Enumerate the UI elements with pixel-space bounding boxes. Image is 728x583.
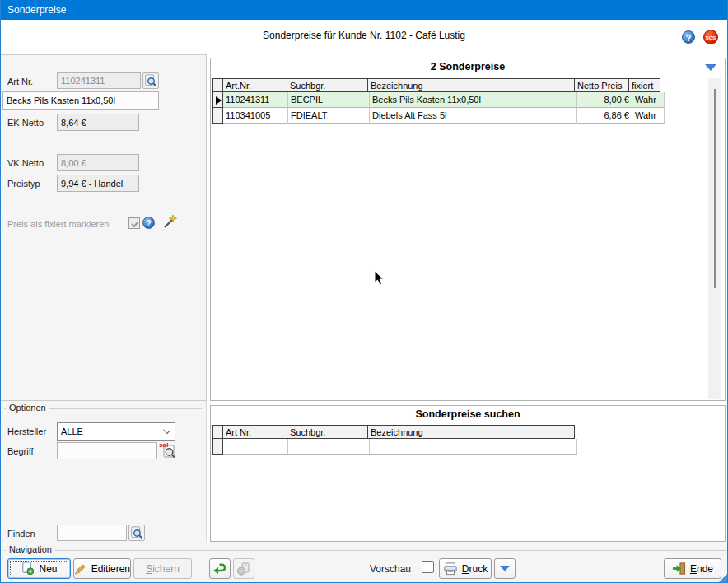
hersteller-select[interactable]: ALLE <box>57 422 175 441</box>
sos-icon[interactable]: SOS <box>703 30 718 44</box>
row-selector-cell[interactable] <box>212 91 223 108</box>
preistyp-label: Preistyp <box>7 179 40 189</box>
cell-bezeichnung[interactable] <box>370 439 577 455</box>
sonderpreise-table: Art.Nr. Suchbgr. Bezeichnung Netto Preis… <box>213 78 665 124</box>
ende-button[interactable]: Ende <box>664 558 721 579</box>
scrollbar-thumb[interactable] <box>714 89 716 288</box>
druck-button[interactable]: Druck <box>439 558 492 579</box>
begriff-input[interactable] <box>57 442 157 459</box>
table-vertical-scrollbar[interactable] <box>708 78 721 399</box>
svg-text:sql: sql <box>159 441 169 449</box>
vk-netto-label: VK Netto <box>7 158 44 168</box>
dropdown-triangle-icon <box>705 64 716 71</box>
finden-input[interactable] <box>57 525 127 541</box>
cell-suchbgr[interactable]: FDIEALT <box>288 108 370 124</box>
navigation-legend: Navigation <box>6 544 55 554</box>
col-header-nettopreis[interactable]: Netto Preis <box>574 78 629 92</box>
cell-fixiert[interactable]: Wahr <box>632 108 665 124</box>
art-nr-search-button[interactable] <box>142 72 159 89</box>
ek-netto-label: EK Netto <box>7 118 44 128</box>
col-header-suchbgr[interactable]: Suchbgr. <box>287 78 368 92</box>
navigation-groupline <box>4 550 726 551</box>
coins-button[interactable] <box>233 558 254 579</box>
col-header-suchbgr[interactable]: Suchbgr. <box>287 425 368 439</box>
cell-artnr[interactable]: 110241311 <box>223 92 288 108</box>
vorschau-label: Vorschau <box>370 563 411 575</box>
finden-search-button[interactable] <box>128 525 145 541</box>
help-icon[interactable]: ? <box>682 30 695 44</box>
sonderpreise-suchen-panel: Sonderpreise suchen Art Nr. Suchbgr. Bez… <box>210 405 726 542</box>
ek-netto-field[interactable] <box>57 114 139 131</box>
preistyp-field[interactable] <box>57 175 139 192</box>
pencil-icon <box>74 562 87 576</box>
editieren-button[interactable]: Editieren <box>73 558 131 579</box>
article-form-panel: Art Nr. EK Netto VK Netto Preistyp Preis… <box>1 54 207 401</box>
sichern-button-label: S <box>146 563 152 575</box>
vorschau-checkbox[interactable] <box>422 561 434 573</box>
table-header-row: Art.Nr. Suchbgr. Bezeichnung Netto Preis… <box>213 78 665 92</box>
article-description-field[interactable] <box>2 91 159 110</box>
window-title: Sonderpreise <box>7 0 66 20</box>
sql-search-icon: sql <box>159 441 176 459</box>
dropdown-triangle-icon <box>500 566 510 571</box>
titlebar[interactable]: Sonderpreise <box>1 0 727 20</box>
options-legend: Optionen <box>6 403 49 413</box>
sonderpreise-table-panel: 2 Sonderpreise Art.Nr. Suchbgr. Bezeichn… <box>210 58 726 401</box>
new-document-icon <box>21 562 35 576</box>
hersteller-selected-value: ALLE <box>61 427 83 436</box>
table-row[interactable]: 110241311 BECPIL Becks Pils Kasten 11x0,… <box>213 92 665 108</box>
cell-suchbgr[interactable] <box>288 439 370 455</box>
col-header-bezeichnung[interactable]: Bezeichnung <box>367 78 575 92</box>
cell-bezeichnung[interactable]: Diebels Alt Fass 5l <box>370 108 577 124</box>
magic-wand-icon[interactable] <box>162 214 178 230</box>
cell-fixiert[interactable]: Wahr <box>632 92 665 108</box>
mouse-cursor <box>374 270 385 287</box>
cell-nettopreis[interactable]: 8,00 € <box>577 92 632 108</box>
cell-artnr[interactable]: 110341005 <box>223 108 288 124</box>
search-table-title: Sonderpreise suchen <box>211 408 725 420</box>
navigation-bar: Navigation Neu Editieren Sichern Vorscha… <box>1 542 728 583</box>
art-nr-field[interactable] <box>57 72 141 89</box>
table-options-dropdown-button[interactable] <box>705 64 716 71</box>
check-icon <box>129 218 141 230</box>
row-selector-cell[interactable] <box>212 107 223 124</box>
resize-grip[interactable] <box>719 574 727 582</box>
editieren-button-label: Editieren <box>91 563 130 575</box>
search-icon <box>130 526 143 539</box>
sql-search-button[interactable]: sql <box>159 441 176 459</box>
undo-arrow-icon <box>212 562 227 576</box>
chevron-down-icon <box>163 427 170 434</box>
druck-dropdown-button[interactable] <box>494 558 516 579</box>
art-nr-label: Art Nr. <box>7 77 33 86</box>
vk-netto-field[interactable] <box>57 154 139 171</box>
cell-nettopreis[interactable]: 6,86 € <box>577 108 632 124</box>
fixiert-checkbox[interactable] <box>128 217 140 229</box>
page-title: Sonderpreise für Kunde Nr. 1102 - Café L… <box>1 30 727 41</box>
fixiert-help-icon[interactable]: ? <box>142 217 155 229</box>
search-icon <box>144 74 157 87</box>
empty-table-row[interactable] <box>213 439 577 455</box>
sichern-button[interactable]: Sichern <box>133 558 192 579</box>
printer-icon <box>443 562 458 576</box>
col-header-artnr[interactable]: Art.Nr. <box>222 78 287 92</box>
row-selector-cell[interactable] <box>212 438 223 455</box>
col-header-bezeichnung[interactable]: Bezeichnung <box>367 425 575 439</box>
coins-icon <box>236 562 251 576</box>
undo-button[interactable] <box>209 558 231 579</box>
finden-label: Finden <box>7 529 35 539</box>
fixiert-label: Preis als fixiert markieren <box>7 219 109 229</box>
neu-button[interactable]: Neu <box>7 558 71 579</box>
col-header-artnr[interactable]: Art Nr. <box>222 425 287 439</box>
exit-door-icon <box>672 562 686 576</box>
cell-artnr[interactable] <box>223 439 288 455</box>
neu-button-label: Neu <box>39 563 57 575</box>
begriff-label: Begriff <box>7 446 34 456</box>
search-table: Art Nr. Suchbgr. Bezeichnung <box>213 425 577 455</box>
ende-button-label: E <box>690 563 697 575</box>
selected-row-marker-icon <box>216 96 222 105</box>
druck-button-label: D <box>462 563 469 575</box>
cell-bezeichnung[interactable]: Becks Pils Kasten 11x0,50l <box>370 92 577 108</box>
table-row[interactable]: 110341005 FDIEALT Diebels Alt Fass 5l 6,… <box>213 108 665 124</box>
cell-suchbgr[interactable]: BECPIL <box>288 92 370 108</box>
col-header-fixiert[interactable]: fixiert <box>628 78 660 92</box>
